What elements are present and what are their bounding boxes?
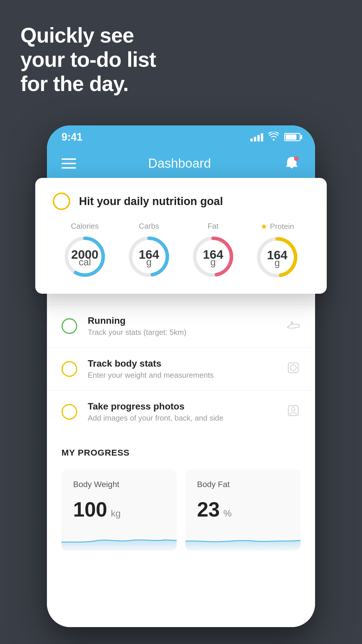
- todo-running-title: Running: [88, 315, 187, 326]
- nutrition-carbs: Carbs 164 g: [127, 222, 171, 279]
- body-fat-value: 23: [197, 498, 220, 521]
- carbs-label: Carbs: [139, 222, 159, 231]
- notification-bell-icon[interactable]: [283, 155, 301, 172]
- card-title-row: Hit your daily nutrition goal: [53, 192, 309, 210]
- hero-line3: for the day.: [20, 72, 156, 96]
- person-icon: [286, 403, 301, 421]
- svg-text:g: g: [146, 257, 152, 267]
- todo-item-running[interactable]: Running Track your stats (target: 5km): [47, 304, 315, 347]
- hero-line2: your to-do list: [20, 48, 156, 72]
- card-title: Hit your daily nutrition goal: [79, 195, 223, 208]
- body-weight-value-row: 100 kg: [73, 498, 165, 521]
- fat-chart: 164 g: [191, 235, 235, 279]
- nav-title: Dashboard: [148, 156, 211, 171]
- signal-icon: [250, 133, 263, 141]
- nutrition-calories: Calories 2000 cal: [63, 222, 107, 279]
- svg-text:g: g: [275, 257, 280, 268]
- status-icons: [250, 132, 301, 143]
- featured-nutrition-card: Hit your daily nutrition goal Calories 2…: [35, 178, 327, 294]
- todo-stats-subtitle: Enter your weight and measurements: [88, 371, 214, 380]
- todo-item-photos[interactable]: Take progress photos Add images of your …: [47, 390, 315, 433]
- body-weight-unit: kg: [111, 508, 121, 519]
- protein-chart: 164 g: [255, 235, 299, 279]
- svg-text:g: g: [210, 257, 216, 267]
- body-fat-unit: %: [223, 508, 231, 519]
- progress-section: MY PROGRESS Body Weight 100 kg: [47, 433, 315, 560]
- fat-label: Fat: [208, 222, 219, 231]
- wifi-icon: [268, 132, 279, 143]
- todo-stats-title: Track body stats: [88, 358, 214, 369]
- todo-text-running: Running Track your stats (target: 5km): [88, 315, 187, 337]
- todo-item-body-stats[interactable]: Track body stats Enter your weight and m…: [47, 347, 315, 390]
- nutrition-fat: Fat 164 g: [191, 222, 235, 279]
- body-weight-card[interactable]: Body Weight 100 kg: [61, 469, 177, 551]
- nutrition-circles: Calories 2000 cal Carbs 164 g Fat: [53, 222, 309, 279]
- todo-list: Running Track your stats (target: 5km) T…: [47, 304, 315, 433]
- body-fat-label: Body Fat: [197, 480, 289, 489]
- todo-circle-stats: [61, 361, 77, 377]
- body-weight-chart: [61, 528, 177, 551]
- svg-point-22: [291, 407, 295, 411]
- scale-icon: [286, 360, 301, 378]
- svg-point-16: [294, 156, 299, 161]
- todo-text-stats: Track body stats Enter your weight and m…: [88, 358, 214, 380]
- svg-point-18: [290, 365, 296, 371]
- battery-icon: [284, 133, 301, 141]
- todo-circle-photos: [61, 404, 77, 420]
- star-icon: ★: [260, 222, 268, 231]
- body-weight-label: Body Weight: [73, 480, 165, 489]
- status-time: 9:41: [61, 131, 82, 143]
- todo-circle-running: [61, 318, 77, 334]
- nav-bar: Dashboard: [47, 149, 315, 178]
- status-bar: 9:41: [47, 125, 315, 149]
- progress-title: MY PROGRESS: [61, 448, 301, 458]
- progress-cards: Body Weight 100 kg: [61, 469, 301, 551]
- body-fat-chart: [185, 528, 301, 551]
- hero-text: Quickly see your to-do list for the day.: [20, 23, 156, 96]
- todo-text-photos: Take progress photos Add images of your …: [88, 401, 223, 423]
- calories-chart: 2000 cal: [63, 235, 107, 279]
- nutrition-check-circle[interactable]: [53, 192, 70, 210]
- svg-text:cal: cal: [79, 257, 91, 267]
- body-weight-value: 100: [73, 498, 107, 521]
- body-fat-value-row: 23 %: [197, 498, 289, 521]
- nutrition-protein: ★ Protein 164 g: [255, 222, 299, 279]
- body-fat-card[interactable]: Body Fat 23 %: [185, 469, 301, 551]
- shoe-icon: [286, 319, 301, 333]
- hero-line1: Quickly see: [20, 23, 156, 48]
- protein-label: ★ Protein: [260, 222, 294, 231]
- carbs-chart: 164 g: [127, 235, 171, 279]
- todo-photos-subtitle: Add images of your front, back, and side: [88, 414, 223, 423]
- todo-running-subtitle: Track your stats (target: 5km): [88, 328, 187, 337]
- hamburger-menu[interactable]: [61, 158, 76, 169]
- calories-label: Calories: [71, 222, 99, 231]
- todo-photos-title: Take progress photos: [88, 401, 223, 412]
